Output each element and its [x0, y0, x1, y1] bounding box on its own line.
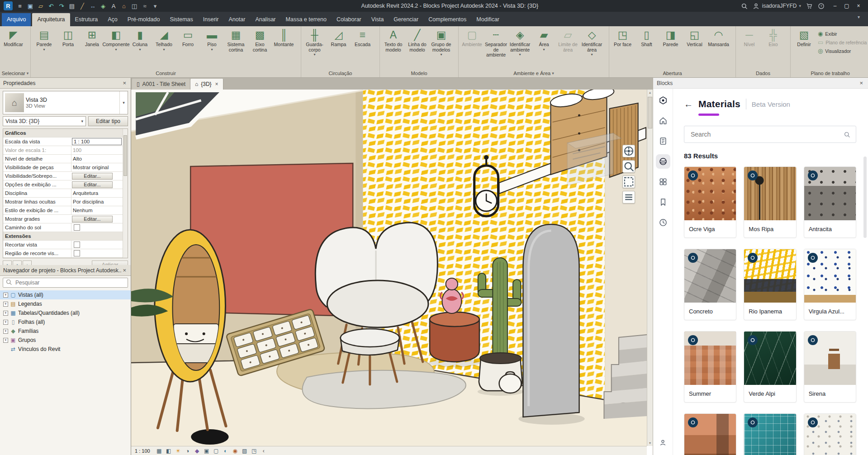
close-icon[interactable]: ×	[121, 267, 128, 274]
ribbon-tab[interactable]: Complementos	[423, 13, 471, 26]
ribbon-button[interactable]: ◱ Vertical	[683, 28, 707, 69]
ribbon-button[interactable]: ║ Montante	[272, 28, 296, 69]
blocks-nav-button[interactable]	[656, 154, 670, 169]
browser-tree-item[interactable]: + ▤ Legendas	[0, 299, 131, 308]
browser-tree-item[interactable]: + ▯ Folhas (all)	[0, 318, 131, 327]
ribbon-button[interactable]: ─ Nível	[737, 28, 761, 69]
tag-icon[interactable]: ◈	[100, 2, 107, 9]
ribbon-small-button[interactable]: ◉ Exibir	[818, 30, 867, 37]
ribbon-button[interactable]: ▱ Limite de área	[556, 28, 580, 69]
materials-scrollbar[interactable]	[863, 156, 867, 238]
property-value[interactable]: Editar...	[72, 173, 113, 180]
ribbon-tab[interactable]: Vista	[366, 13, 389, 26]
material-card[interactable]: Mos Ripa	[744, 166, 796, 238]
shadows-icon[interactable]: ◑	[184, 447, 192, 455]
blocks-nav-button[interactable]	[656, 215, 670, 230]
ribbon-button[interactable]: ▮ Coluna ▾	[128, 28, 152, 69]
print-icon[interactable]: ▤	[68, 2, 76, 9]
tree-expander-icon[interactable]: +	[3, 338, 8, 343]
property-value[interactable]: 1 : 100	[72, 138, 122, 145]
properties-scrollbar[interactable]	[123, 129, 128, 258]
ribbon-button[interactable]: ▬ Piso ▾	[200, 28, 224, 69]
open-icon[interactable]: ▱	[37, 2, 44, 9]
property-value[interactable]: Por disciplina	[71, 198, 123, 206]
property-value[interactable]	[71, 249, 123, 257]
tree-expander-icon[interactable]: +	[3, 302, 8, 307]
property-row[interactable]: Estilo de exibição de ... Nenhum	[3, 206, 123, 215]
3d-view-canvas[interactable]	[131, 90, 647, 446]
ribbon-tab[interactable]: Anotar	[224, 13, 251, 26]
property-row[interactable]: Caminho do sol	[3, 223, 123, 232]
temporary-view-icon[interactable]: ▧	[241, 447, 249, 455]
property-row[interactable]: Região de recorte vis...	[3, 249, 123, 258]
section-icon[interactable]: ◫	[131, 2, 138, 9]
tree-expander-icon[interactable]	[3, 347, 8, 352]
visual-style-icon[interactable]: ◧	[165, 447, 173, 455]
ribbon-button[interactable]: A Texto do modelo	[381, 28, 405, 69]
selection-box-icon[interactable]	[622, 175, 635, 188]
property-row[interactable]: Recortar vista	[3, 241, 123, 249]
property-value[interactable]: Alto	[71, 155, 123, 163]
tree-expander-icon[interactable]: +	[3, 293, 8, 298]
temporary-hide-icon[interactable]: ◐	[222, 447, 230, 455]
ribbon-button[interactable]: ◢ Telhado ▾	[152, 28, 176, 69]
property-row[interactable]: Mostrar grades Editar...	[3, 215, 123, 223]
ribbon-tab[interactable]: Colaborar	[332, 13, 366, 26]
maximize-icon[interactable]: ▢	[841, 1, 853, 10]
ribbon-small-button[interactable]: ▭ Plano de referência	[818, 39, 867, 46]
property-row[interactable]: Escala da vista 1 : 100	[3, 137, 123, 146]
ribbon-tab[interactable]: Arquivo	[2, 13, 31, 26]
close-icon[interactable]: ×	[853, 1, 864, 10]
search-icon[interactable]	[741, 2, 748, 9]
blocks-nav-button[interactable]	[656, 195, 670, 209]
ribbon-button[interactable]: ≡ Escada	[351, 28, 375, 69]
ribbon-button[interactable]: ◠ Mansarda	[707, 28, 730, 69]
ribbon-button[interactable]: ▰ Área ▾	[532, 28, 556, 69]
blocks-nav-button[interactable]	[656, 435, 670, 450]
tree-expander-icon[interactable]: +	[3, 320, 8, 325]
property-row[interactable]: Nível de detalhe Alto	[3, 155, 123, 163]
steering-wheel-icon[interactable]	[622, 145, 635, 157]
view-tab[interactable]: ▯ A001 - Title Sheet	[132, 79, 190, 90]
blocks-nav-button[interactable]	[656, 134, 670, 148]
materials-search-input[interactable]	[690, 130, 840, 138]
ribbon-tab[interactable]: Estrutura	[70, 13, 103, 26]
ribbon-button[interactable]: ◫ Porta	[56, 28, 80, 69]
displace-icon[interactable]: ◳	[250, 447, 258, 455]
close-icon[interactable]: ×	[858, 80, 864, 86]
materials-search[interactable]	[684, 126, 856, 143]
ribbon-tab[interactable]: Sistemas	[165, 13, 198, 26]
ribbon-button[interactable]: ◨ Parede	[659, 28, 683, 69]
undo-icon[interactable]: ↶	[47, 2, 55, 9]
scrollbar-thumb[interactable]	[648, 97, 652, 128]
property-row[interactable]: Visibilidade de peças Mostrar original	[3, 163, 123, 172]
list-icon[interactable]	[622, 191, 635, 204]
ribbon-tab[interactable]: Massa e terreno	[281, 13, 332, 26]
save-icon[interactable]: ▣	[27, 2, 34, 9]
ribbon-small-button[interactable]: ◎ Visualizador	[818, 47, 867, 54]
ribbon-button[interactable]: ◳ Por face	[611, 28, 635, 69]
ribbon-button[interactable]: ╫ Guarda-corpo ▾	[303, 28, 327, 69]
reveal-hidden-icon[interactable]: ◉	[231, 447, 239, 455]
render-icon[interactable]: ◆	[193, 447, 201, 455]
property-row[interactable]: Valor de escala 1: 100	[3, 146, 123, 155]
account-menu[interactable]: isadoraJFYFD ▾	[753, 2, 801, 9]
property-value[interactable]	[71, 241, 123, 249]
view-tab[interactable]: ⌂ {3D} ×	[190, 79, 223, 90]
material-card[interactable]: Virgula Azul...	[804, 249, 856, 320]
caret-down-icon[interactable]: ▾	[857, 14, 863, 24]
property-value[interactable]	[71, 223, 123, 232]
view-scrollbar[interactable]: ▴ ▾	[647, 90, 653, 446]
property-row[interactable]: Visibilidade/Sobrepo... Editar...	[3, 172, 123, 180]
browser-search-input[interactable]	[14, 279, 125, 286]
ribbon-button[interactable]: ┄ Separador de ambiente	[484, 28, 508, 69]
ribbon-button[interactable]: ╱ Linha do modelo	[405, 28, 429, 69]
ribbon-tab[interactable]: Inserir	[198, 13, 224, 26]
caret-down-icon[interactable]: ▾	[152, 2, 159, 9]
minimize-icon[interactable]: –	[829, 1, 841, 10]
ribbon-group-label[interactable]: Selecionar ▾	[0, 69, 30, 77]
material-card[interactable]: Rio Ipanema	[744, 249, 796, 320]
ribbon-tab[interactable]: Modificar	[471, 13, 504, 26]
ribbon-button[interactable]: ▢ Ambiente	[460, 28, 484, 69]
instance-selector[interactable]: Vista 3D: {3D} ▾	[3, 116, 86, 126]
